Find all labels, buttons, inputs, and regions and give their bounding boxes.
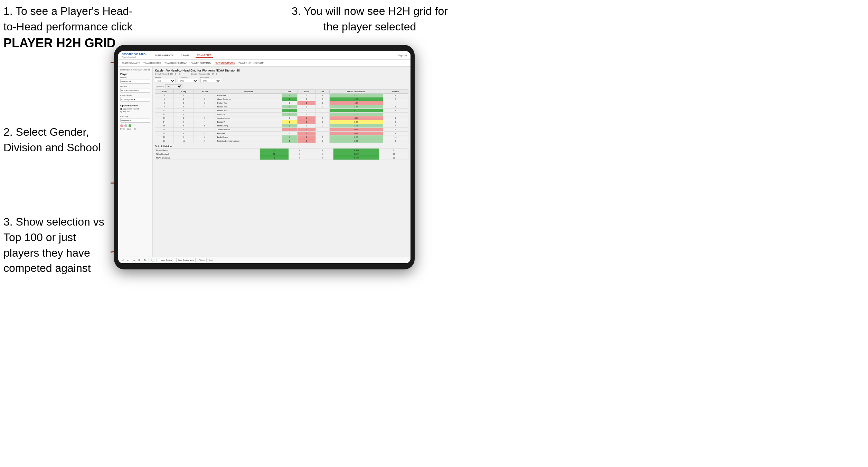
table-cell: 0	[282, 132, 297, 135]
update-time: Last Updated: 27/03/2024 16:55:38	[120, 69, 150, 71]
save-custom-btn[interactable]: Save Custom View	[176, 258, 196, 262]
ood-table-cell: 30	[379, 152, 408, 156]
table-cell: 2	[173, 113, 194, 116]
table-cell: 1	[194, 94, 216, 97]
opponent-view-title: Opponent view	[120, 104, 150, 107]
toolbar-share-label[interactable]: Share	[209, 259, 213, 261]
division-select[interactable]: NCAA Division III ▾	[120, 88, 150, 93]
table-cell: 15	[155, 124, 174, 128]
table-cell: 2	[383, 116, 408, 120]
instruction-highlight: PLAYER H2H GRID	[3, 36, 116, 50]
table-cell: 3	[194, 101, 216, 105]
table-cell: 0.30	[329, 135, 383, 139]
col-win: Win	[282, 90, 297, 94]
gender-select[interactable]: Women's ▾	[120, 79, 150, 84]
table-cell: 0	[316, 139, 330, 143]
table-cell: 1	[282, 105, 297, 109]
subnav-team-heatmap[interactable]: TEAM H2H HEATMAP	[164, 61, 187, 65]
table-header-row: # Div # Reg # Conf Opponent Win Loss Tie…	[155, 90, 408, 94]
opponent-select[interactable]: (All)	[200, 79, 221, 83]
player-rank-select[interactable]: 8. Katelyn Vo ▾	[120, 97, 150, 102]
redo-icon[interactable]: ↪	[132, 258, 135, 262]
grid-title: Katelyn Vo Head-to-Head Grid for Women's…	[155, 69, 408, 72]
table-row: 522Alexis Sudjianto1004.003	[155, 97, 408, 101]
table-cell	[383, 101, 408, 105]
table-cell: 1	[282, 113, 297, 116]
table-cell: 0	[282, 101, 297, 105]
table-cell: Jessica Huang	[216, 116, 282, 120]
table-cell: -0.94	[329, 128, 383, 132]
instruction-text-top-right: 3. You will now see H2H grid for the pla…	[292, 5, 448, 33]
table-cell: 1	[298, 116, 316, 120]
region-select[interactable]: (All)	[155, 79, 176, 83]
table-cell: 18	[155, 132, 174, 135]
table-cell: 1	[316, 94, 330, 97]
view-original-btn[interactable]: View: Original	[159, 258, 174, 262]
ood-table-cell: 10	[379, 156, 408, 160]
table-cell: 0	[298, 124, 316, 128]
col-diff: Diff Av Strokes/Rnd	[329, 90, 383, 94]
table-cell: 2	[298, 128, 316, 132]
table-cell: -3.00	[329, 116, 383, 120]
table-cell: 3	[155, 94, 174, 97]
table-cell: 16	[155, 128, 174, 132]
subnav-team-h2h[interactable]: TEAM H2H GRID	[143, 61, 161, 65]
colour-by-select[interactable]: Win/loss ▾	[120, 118, 150, 123]
ood-table-row: NAIA Division 115009.26730	[155, 152, 408, 156]
undo-icon[interactable]: ↩	[121, 258, 124, 262]
table-cell: 2	[194, 132, 216, 135]
subnav-player-heatmap[interactable]: PLAYER H2H HEATMAP	[238, 61, 264, 65]
nav-committee[interactable]: COMMITTEE	[196, 53, 213, 58]
table-row: 914Sharon Mun1003.673	[155, 105, 408, 109]
ood-table-cell: Foreign Team	[155, 149, 260, 152]
region-filter: Region (All)	[155, 76, 176, 83]
table-cell: 0	[298, 105, 316, 109]
subnav-team-summary[interactable]: TEAM SUMMARY	[122, 61, 140, 65]
radio-top100[interactable]: Top 100	[120, 111, 150, 113]
table-cell: 5	[155, 97, 174, 101]
subnav-player-h2h[interactable]: PLAYER H2H GRID	[215, 61, 235, 65]
table-cell: 1.50	[329, 94, 383, 97]
table-cell: Alexis Sudjianto	[216, 97, 282, 101]
col-div: # Div	[155, 90, 174, 94]
ood-table-cell: 0	[311, 156, 333, 160]
sign-out-link[interactable]: Sign out	[398, 54, 407, 57]
grid-icon[interactable]: ⊞	[138, 258, 141, 262]
table-cell: 2	[282, 109, 297, 113]
radio-opponents-played[interactable]: Opponents Played	[120, 108, 150, 110]
table-cell: Jessica Mason	[216, 128, 282, 132]
table-cell: 11	[383, 135, 408, 139]
clock-icon[interactable]: 🕐	[151, 258, 154, 262]
table-row: 1063Andrea York2004.004	[155, 109, 408, 113]
colour-dots	[120, 124, 150, 127]
table-cell: Euna Lee	[216, 132, 282, 135]
opponents-filter-select[interactable]: (All)	[165, 84, 182, 88]
subnav-player-summary[interactable]: PLAYER SUMMARY	[191, 61, 211, 65]
watch-btn[interactable]: Watch	[198, 258, 206, 262]
table-cell: 0	[298, 113, 316, 116]
table-row: 1125Heejo Hyun1003.333	[155, 113, 408, 116]
table-cell: 0	[316, 105, 330, 109]
undo2-icon[interactable]: ↩	[126, 258, 130, 262]
table-cell: 0	[298, 94, 316, 97]
refresh-icon[interactable]: ↻	[143, 258, 147, 262]
table-cell: Sharon Mun	[216, 105, 282, 109]
conference-select[interactable]: (All)	[178, 79, 198, 83]
dot-down	[120, 124, 123, 127]
table-row: 1966Emily Chang4100.3011	[155, 135, 408, 139]
nav-tournaments[interactable]: TOURNAMENTS	[153, 54, 175, 57]
table-cell: 1	[298, 132, 316, 135]
table-cell: 7	[173, 120, 194, 124]
table-cell: 1	[194, 116, 216, 120]
table-cell: 2	[173, 132, 194, 135]
table-cell: 9	[383, 120, 408, 124]
radio-dot-2	[120, 111, 122, 113]
nav-teams[interactable]: TEAMS	[180, 54, 191, 57]
table-cell: -5.00	[329, 132, 383, 135]
table-cell: 7	[194, 139, 216, 143]
table-cell: 4.00	[329, 97, 383, 101]
table-cell: 0	[282, 116, 297, 120]
ood-table-cell: 7.400	[333, 156, 379, 160]
table-cell: 11	[173, 139, 194, 143]
table-row: 1822Euna Lee010-5.002	[155, 132, 408, 135]
